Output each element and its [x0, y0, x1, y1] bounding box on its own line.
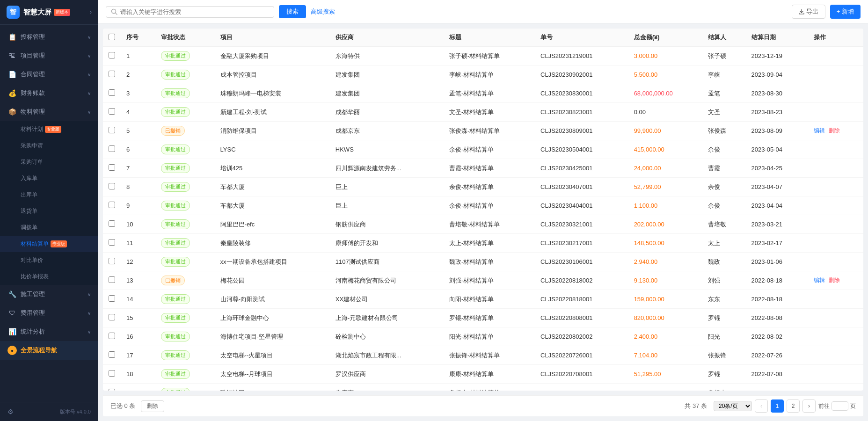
- row-actions: [808, 65, 863, 84]
- select-all-checkbox[interactable]: [109, 34, 115, 40]
- row-checkbox[interactable]: [109, 370, 115, 377]
- amount-value: 415,000.00: [634, 146, 664, 153]
- settings-icon[interactable]: ⚙: [7, 408, 14, 415]
- row-actions: [808, 234, 863, 253]
- status-badge: 审批通过: [161, 163, 190, 173]
- stats-icon: 📊: [7, 327, 17, 336]
- nav-btn[interactable]: ● 全景流程导航: [0, 341, 98, 360]
- sidebar-item-adjustment[interactable]: 调拨单: [0, 219, 98, 236]
- row-checkbox-cell: [103, 140, 121, 159]
- row-checkbox[interactable]: [109, 333, 115, 339]
- sidebar-item-compare-price[interactable]: 对比单价: [0, 252, 98, 269]
- sidebar-item-contract[interactable]: 📄 合同管理 ∨: [0, 65, 98, 84]
- row-person: 詹超上: [702, 384, 746, 391]
- sidebar-item-inbound[interactable]: 入库单: [0, 170, 98, 187]
- sidebar-item-outbound[interactable]: 出库单: [0, 187, 98, 203]
- row-actions: [808, 365, 863, 384]
- edit-link[interactable]: 编辑: [814, 127, 825, 134]
- row-person: 张俊森: [702, 122, 746, 140]
- row-checkbox[interactable]: [109, 314, 115, 320]
- sidebar-item-material-plan[interactable]: 材料计划 专业版: [0, 121, 98, 138]
- row-checkbox[interactable]: [109, 71, 115, 77]
- bidding-icon: 📋: [7, 32, 17, 42]
- advanced-search-button[interactable]: 高级搜索: [311, 7, 335, 16]
- row-checkbox[interactable]: [109, 389, 115, 391]
- row-status: 审批通过: [155, 290, 215, 309]
- row-title: 余俊-材料结算单: [444, 140, 535, 159]
- row-title: 余俊-材料结算单: [444, 178, 535, 196]
- page-2-button[interactable]: 2: [787, 399, 800, 413]
- batch-delete-button[interactable]: 删除: [141, 400, 164, 412]
- amount-value: 148,500.00: [634, 240, 664, 247]
- collapse-button[interactable]: ›: [90, 9, 92, 15]
- new-button[interactable]: + 新增: [830, 5, 861, 19]
- row-title: 李峡-材料结算单: [444, 65, 535, 84]
- row-checkbox[interactable]: [109, 351, 115, 358]
- row-title: 文圣-材料结算单: [444, 103, 535, 122]
- row-supplier: 成都华丽: [330, 103, 444, 122]
- row-checkbox[interactable]: [109, 220, 115, 227]
- table-row: 14 审批通过 山河尊-向阳测试 XX建材公司 向阳-材料结算单 CLJS202…: [103, 290, 863, 309]
- row-checkbox[interactable]: [109, 127, 115, 133]
- row-checkbox[interactable]: [109, 108, 115, 115]
- delete-link[interactable]: 删除: [829, 277, 840, 283]
- header-status: 审批状态: [155, 29, 215, 47]
- table-row: 8 审批通过 车都大厦 巨上 余俊-材料结算单 CLJS20230407001 …: [103, 178, 863, 196]
- row-checkbox[interactable]: [109, 183, 115, 189]
- row-checkbox[interactable]: [109, 258, 115, 264]
- header-project: 项目: [215, 29, 330, 47]
- row-person: 曹培敬: [702, 215, 746, 234]
- sidebar-item-price-report[interactable]: 比价单报表: [0, 269, 98, 285]
- row-person: 罗锟: [702, 365, 746, 384]
- search-input[interactable]: [120, 8, 269, 15]
- row-checkbox[interactable]: [109, 164, 115, 171]
- row-checkbox[interactable]: [109, 145, 115, 152]
- sidebar-item-purchase-request[interactable]: 采购申请: [0, 138, 98, 154]
- sidebar-item-construction[interactable]: 🔧 施工管理 ∨: [0, 285, 98, 304]
- row-amount: 42,550.00: [628, 384, 702, 391]
- sidebar-menu: 📋 投标管理 ∨ 🏗 项目管理 ∨ 📄 合同管理 ∨ 💰 财务账款 ∨ 📦 物料…: [0, 25, 98, 402]
- export-button[interactable]: 导出: [792, 5, 825, 19]
- sidebar-item-expense[interactable]: 🛡 费用管理 ∨: [0, 304, 98, 322]
- next-page-button[interactable]: ›: [802, 399, 816, 413]
- page-size-select[interactable]: 20条/页 10条/页 50条/页 100条/页: [714, 401, 752, 411]
- row-checkbox[interactable]: [109, 52, 115, 58]
- table-row: 16 审批通过 海博住宅项目-坚星管理 砼检测中心 阳光-材料结算单 CLJS2…: [103, 327, 863, 346]
- row-checkbox[interactable]: [109, 276, 115, 283]
- sidebar-item-stats[interactable]: 📊 统计分析 ∨: [0, 322, 98, 341]
- sidebar-item-material[interactable]: 📦 物料管理 ∨: [0, 102, 98, 121]
- delete-link[interactable]: 删除: [829, 127, 840, 134]
- row-checkbox[interactable]: [109, 239, 115, 246]
- status-badge: 审批通过: [161, 257, 190, 267]
- row-checkbox[interactable]: [109, 295, 115, 302]
- sidebar-item-purchase-order[interactable]: 采购订单: [0, 154, 98, 170]
- row-project: 消防维保项目: [215, 122, 330, 140]
- header-supplier: 供应商: [330, 29, 444, 47]
- amount-value: 9,130.00: [634, 277, 658, 284]
- row-number: CLJS20231219001: [535, 47, 628, 65]
- row-supplier: 湖北焰宸市政工程有限...: [330, 346, 444, 365]
- row-actions: [808, 384, 863, 391]
- row-checkbox[interactable]: [109, 202, 115, 208]
- search-button[interactable]: 搜索: [279, 5, 306, 18]
- row-checkbox[interactable]: [109, 89, 115, 96]
- row-actions: [808, 215, 863, 234]
- prev-page-button[interactable]: ‹: [755, 399, 768, 413]
- row-person: 东东: [702, 290, 746, 309]
- row-amount: 415,000.00: [628, 140, 702, 159]
- sidebar-item-settlement[interactable]: 材料结算单 专业版: [0, 236, 98, 252]
- sidebar-item-finance[interactable]: 💰 财务账款 ∨: [0, 84, 98, 102]
- logo-icon: 智: [7, 6, 20, 19]
- amount-value: 0.00: [634, 109, 646, 116]
- goto-input[interactable]: 1: [832, 401, 848, 411]
- row-seq: 12: [121, 253, 155, 271]
- expense-icon: 🛡: [7, 308, 17, 318]
- row-actions: [808, 159, 863, 178]
- edit-link[interactable]: 编辑: [814, 277, 825, 283]
- row-date: 2022-08-18: [746, 290, 808, 309]
- row-amount: 159,000.00: [628, 290, 702, 309]
- sidebar-item-returns[interactable]: 退货单: [0, 203, 98, 219]
- sidebar-item-project[interactable]: 🏗 项目管理 ∨: [0, 46, 98, 65]
- page-1-button[interactable]: 1: [771, 399, 784, 413]
- sidebar-item-bidding[interactable]: 📋 投标管理 ∨: [0, 28, 98, 46]
